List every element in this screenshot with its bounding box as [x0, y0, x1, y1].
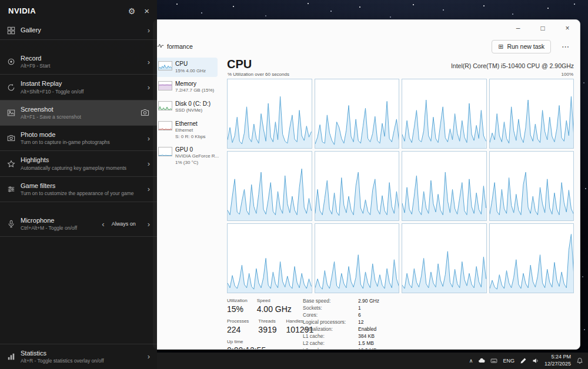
cpu-core-grid [227, 79, 574, 293]
stat-speed: Speed 4.00 GHz [257, 298, 292, 314]
detail-value: 1.5 MB [358, 340, 379, 346]
close-icon[interactable]: × [144, 6, 149, 16]
clock-date: 12/27/2025 [544, 361, 571, 368]
run-new-task-button[interactable]: ⊞ Run new task [492, 40, 551, 53]
performance-icon [157, 42, 164, 51]
detail-label: L2 cache: [303, 340, 355, 346]
detail-label: Cores: [303, 312, 355, 318]
detail-value: 1 [358, 305, 379, 311]
menu-item-label: Statistics [21, 349, 141, 357]
record-icon [7, 58, 21, 66]
language-indicator[interactable]: ENG [503, 358, 514, 364]
nvidia-overlay-panel: NVIDIA ⚙ × Gallery›RecordAlt+F9 - Start›… [0, 0, 157, 369]
chevron-right-icon: › [144, 134, 150, 143]
cpu-core-chart [315, 79, 400, 149]
divider [0, 39, 157, 40]
cpu-core-chart [402, 223, 487, 293]
chevron-right-icon: › [144, 58, 150, 66]
desktop: – □ × formance ⊞ Run new task ⋯ CPU15% 4… [0, 0, 588, 369]
minimize-button[interactable]: – [506, 20, 530, 36]
nvidia-menu-item-photo-mode[interactable]: Photo modeTurn on to capture in-game pho… [0, 126, 157, 150]
sidebar-item-name: GPU 0 [175, 146, 215, 154]
cpu-core-chart [315, 151, 400, 221]
run-new-task-label: Run new task [507, 43, 544, 50]
detail-value: 12.0 MB [358, 347, 379, 350]
menu-item-sublabel: Turn on to capture in-game photographs [21, 139, 141, 146]
menu-item-label: Record [21, 54, 141, 62]
gear-icon[interactable]: ⚙ [128, 6, 136, 16]
cpu-model-name: Intel(R) Core(TM) i5-10400 CPU @ 2.90GHz [451, 62, 574, 71]
nvidia-menu-item-gallery[interactable]: Gallery› [0, 21, 157, 39]
menu-item-sublabel: Ctrl+Alt+M - Toggle on/off [21, 225, 95, 232]
menu-item-sublabel: Turn on to customize the appearance of y… [21, 190, 141, 197]
detail-label: Logical processors: [303, 319, 355, 325]
nav-performance-label: formance [167, 43, 193, 50]
chevron-right-icon: › [144, 26, 150, 35]
mini-graph-icon [158, 61, 172, 71]
pen-tray-icon[interactable] [520, 357, 527, 364]
mini-graph-icon [158, 81, 172, 90]
menu-item-label: Screenshot [21, 105, 137, 113]
graph-caption: % Utilization over 60 seconds [228, 72, 289, 77]
volume-icon[interactable] [532, 357, 539, 364]
stat-utilization: Utilization 15% [227, 298, 248, 314]
menu-item-sublabel: Alt+F1 - Save a screenshot [21, 114, 137, 120]
tray-chevron-up-icon[interactable]: ∧ [469, 358, 473, 364]
camera-icon [141, 108, 150, 118]
nvidia-menu: Gallery›RecordAlt+F9 - Start›Instant Rep… [0, 21, 157, 369]
sidebar-item-disk-0-c-d[interactable]: Disk 0 (C: D:)SSD (NVMe) [156, 98, 218, 117]
chevron-right-icon: › [144, 159, 150, 168]
menu-item-label: Game filters [21, 182, 141, 190]
nvidia-menu-item-highlights[interactable]: HighlightsAutomatically capturing key ga… [0, 151, 157, 176]
cpu-stats: Utilization 15% Speed 4.00 GHz Processes [227, 298, 574, 350]
cpu-core-chart [489, 151, 574, 221]
stat-processes: Processes 224 [227, 318, 249, 334]
nvidia-menu-bottom: StatisticsAlt+R - Toggle statistics over… [0, 344, 157, 369]
nvidia-menu-item-statistics[interactable]: StatisticsAlt+R - Toggle statistics over… [0, 344, 157, 369]
stat-uptime: Up time 0:00:12:55 [227, 339, 266, 350]
stat-threads: Threads 3919 [258, 318, 276, 334]
chevron-right-icon: › [144, 83, 150, 92]
detail-label: L3 cache: [303, 347, 355, 350]
nav-performance[interactable]: formance [157, 42, 193, 51]
task-manager-window: – □ × formance ⊞ Run new task ⋯ CPU15% 4… [153, 19, 580, 350]
detail-value: 12 [358, 319, 379, 325]
sidebar-item-detail: SSD (NVMe) [175, 108, 211, 113]
sidebar-item-ethernet[interactable]: EthernetEthernetS: 0 R: 0 Kbps [156, 118, 218, 143]
mini-graph-icon [158, 147, 172, 156]
sidebar-item-name: CPU [175, 61, 206, 68]
photo-mode-icon [7, 134, 21, 142]
sidebar-item-cpu[interactable]: CPU15% 4.00 GHz [156, 58, 218, 77]
performance-sidebar: CPU15% 4.00 GHzMemory7.2/47.7 GB (15%)Di… [153, 56, 219, 349]
sidebar-item-memory[interactable]: Memory7.2/47.7 GB (15%) [156, 78, 218, 97]
touch-keyboard-icon[interactable] [490, 357, 497, 364]
nvidia-menu-item-record[interactable]: RecordAlt+F9 - Start› [0, 49, 157, 74]
close-button[interactable]: × [555, 20, 580, 36]
nvidia-menu-item-game-filters[interactable]: Game filtersTurn on to customize the app… [0, 177, 157, 202]
nvidia-menu-item-microphone[interactable]: MicrophoneCtrl+Alt+M - Toggle on/off‹Alw… [0, 212, 157, 236]
nvidia-menu-item-screenshot[interactable]: ScreenshotAlt+F1 - Save a screenshot [0, 100, 157, 125]
cpu-details: Base speed:2.90 GHzSockets:1Cores:6Logic… [303, 298, 379, 350]
chevron-right-icon[interactable]: › [144, 220, 150, 229]
menu-item-label: Highlights [21, 156, 141, 164]
cpu-core-chart [489, 79, 574, 149]
maximize-button[interactable]: □ [530, 20, 555, 36]
microphone-icon [7, 220, 21, 228]
notification-bell-icon[interactable] [576, 357, 583, 364]
menu-item-sublabel: Automatically capturing key gameplay mom… [21, 165, 141, 172]
instant-replay-icon [7, 83, 21, 92]
run-new-task-icon: ⊞ [498, 43, 503, 51]
sidebar-item-detail: S: 0 R: 0 Kbps [175, 134, 206, 140]
more-options-button[interactable]: ⋯ [558, 41, 573, 52]
detail-value: Enabled [358, 326, 379, 332]
nvidia-brand: NVIDIA [8, 6, 128, 15]
detail-label: Base speed: [303, 298, 355, 304]
sidebar-item-gpu-0[interactable]: GPU 0NVIDIA GeForce R...1% (30 °C) [156, 143, 218, 169]
onedrive-tray-icon[interactable] [478, 357, 485, 364]
chevron-left-icon[interactable]: ‹ [98, 220, 104, 229]
nvidia-menu-item-instant-replay[interactable]: Instant ReplayAlt+Shift+F10 - Toggle on/… [0, 75, 157, 99]
menu-item-label: Photo mode [21, 130, 141, 139]
cpu-panel: CPU Intel(R) Core(TM) i5-10400 CPU @ 2.9… [219, 56, 580, 349]
cpu-core-chart [227, 151, 312, 221]
clock[interactable]: 5:24 PM 12/27/2025 [544, 354, 571, 367]
